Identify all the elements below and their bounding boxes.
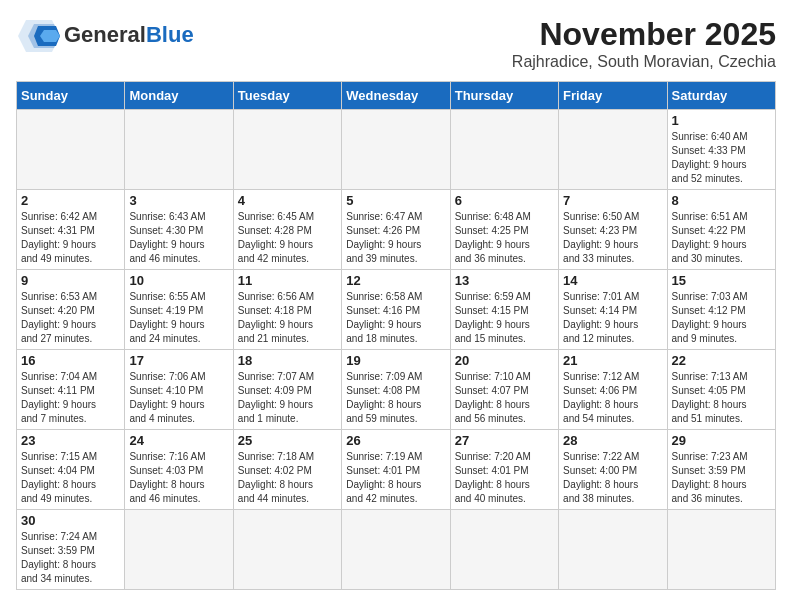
day-info: Sunrise: 7:16 AM Sunset: 4:03 PM Dayligh… [129,450,228,506]
calendar-cell: 17Sunrise: 7:06 AM Sunset: 4:10 PM Dayli… [125,350,233,430]
calendar-cell [450,510,558,590]
day-number: 15 [672,273,771,288]
calendar-cell [342,510,450,590]
calendar-cell [17,110,125,190]
day-number: 28 [563,433,662,448]
logo-text: GeneralBlue [64,22,194,47]
calendar-cell: 26Sunrise: 7:19 AM Sunset: 4:01 PM Dayli… [342,430,450,510]
calendar-cell: 9Sunrise: 6:53 AM Sunset: 4:20 PM Daylig… [17,270,125,350]
day-info: Sunrise: 7:04 AM Sunset: 4:11 PM Dayligh… [21,370,120,426]
day-info: Sunrise: 6:48 AM Sunset: 4:25 PM Dayligh… [455,210,554,266]
weekday-header-friday: Friday [559,82,667,110]
day-info: Sunrise: 6:40 AM Sunset: 4:33 PM Dayligh… [672,130,771,186]
calendar-cell: 30Sunrise: 7:24 AM Sunset: 3:59 PM Dayli… [17,510,125,590]
day-number: 25 [238,433,337,448]
day-number: 11 [238,273,337,288]
day-number: 6 [455,193,554,208]
day-info: Sunrise: 7:09 AM Sunset: 4:08 PM Dayligh… [346,370,445,426]
day-number: 3 [129,193,228,208]
day-number: 14 [563,273,662,288]
weekday-header-wednesday: Wednesday [342,82,450,110]
day-info: Sunrise: 7:20 AM Sunset: 4:01 PM Dayligh… [455,450,554,506]
calendar-cell: 27Sunrise: 7:20 AM Sunset: 4:01 PM Dayli… [450,430,558,510]
page-header: GeneralBlue November 2025 Rajhradice, So… [16,16,776,71]
calendar-cell: 5Sunrise: 6:47 AM Sunset: 4:26 PM Daylig… [342,190,450,270]
calendar-table: SundayMondayTuesdayWednesdayThursdayFrid… [16,81,776,590]
calendar-cell: 25Sunrise: 7:18 AM Sunset: 4:02 PM Dayli… [233,430,341,510]
day-number: 2 [21,193,120,208]
calendar-cell: 20Sunrise: 7:10 AM Sunset: 4:07 PM Dayli… [450,350,558,430]
day-number: 12 [346,273,445,288]
day-info: Sunrise: 7:06 AM Sunset: 4:10 PM Dayligh… [129,370,228,426]
weekday-header-sunday: Sunday [17,82,125,110]
weekday-header-monday: Monday [125,82,233,110]
day-info: Sunrise: 6:45 AM Sunset: 4:28 PM Dayligh… [238,210,337,266]
day-number: 8 [672,193,771,208]
calendar-cell: 12Sunrise: 6:58 AM Sunset: 4:16 PM Dayli… [342,270,450,350]
calendar-cell [667,510,775,590]
location-title: Rajhradice, South Moravian, Czechia [512,53,776,71]
day-info: Sunrise: 7:10 AM Sunset: 4:07 PM Dayligh… [455,370,554,426]
calendar-cell: 19Sunrise: 7:09 AM Sunset: 4:08 PM Dayli… [342,350,450,430]
calendar-cell: 10Sunrise: 6:55 AM Sunset: 4:19 PM Dayli… [125,270,233,350]
day-info: Sunrise: 6:47 AM Sunset: 4:26 PM Dayligh… [346,210,445,266]
calendar-cell: 21Sunrise: 7:12 AM Sunset: 4:06 PM Dayli… [559,350,667,430]
calendar-cell: 1Sunrise: 6:40 AM Sunset: 4:33 PM Daylig… [667,110,775,190]
day-number: 10 [129,273,228,288]
day-info: Sunrise: 7:22 AM Sunset: 4:00 PM Dayligh… [563,450,662,506]
day-info: Sunrise: 7:24 AM Sunset: 3:59 PM Dayligh… [21,530,120,586]
calendar-cell: 14Sunrise: 7:01 AM Sunset: 4:14 PM Dayli… [559,270,667,350]
calendar-cell: 7Sunrise: 6:50 AM Sunset: 4:23 PM Daylig… [559,190,667,270]
day-number: 21 [563,353,662,368]
day-info: Sunrise: 7:15 AM Sunset: 4:04 PM Dayligh… [21,450,120,506]
calendar-cell: 13Sunrise: 6:59 AM Sunset: 4:15 PM Dayli… [450,270,558,350]
day-number: 23 [21,433,120,448]
day-info: Sunrise: 7:23 AM Sunset: 3:59 PM Dayligh… [672,450,771,506]
day-number: 19 [346,353,445,368]
calendar-cell: 22Sunrise: 7:13 AM Sunset: 4:05 PM Dayli… [667,350,775,430]
calendar-cell: 29Sunrise: 7:23 AM Sunset: 3:59 PM Dayli… [667,430,775,510]
day-number: 17 [129,353,228,368]
calendar-cell [342,110,450,190]
calendar-cell [125,510,233,590]
calendar-cell: 11Sunrise: 6:56 AM Sunset: 4:18 PM Dayli… [233,270,341,350]
day-number: 4 [238,193,337,208]
calendar-cell [233,110,341,190]
day-info: Sunrise: 7:12 AM Sunset: 4:06 PM Dayligh… [563,370,662,426]
calendar-cell: 3Sunrise: 6:43 AM Sunset: 4:30 PM Daylig… [125,190,233,270]
logo: GeneralBlue [16,16,194,54]
weekday-header-thursday: Thursday [450,82,558,110]
day-info: Sunrise: 7:13 AM Sunset: 4:05 PM Dayligh… [672,370,771,426]
day-info: Sunrise: 6:50 AM Sunset: 4:23 PM Dayligh… [563,210,662,266]
day-number: 7 [563,193,662,208]
day-number: 29 [672,433,771,448]
day-number: 13 [455,273,554,288]
day-number: 5 [346,193,445,208]
calendar-cell: 16Sunrise: 7:04 AM Sunset: 4:11 PM Dayli… [17,350,125,430]
day-info: Sunrise: 7:03 AM Sunset: 4:12 PM Dayligh… [672,290,771,346]
day-info: Sunrise: 6:58 AM Sunset: 4:16 PM Dayligh… [346,290,445,346]
day-number: 30 [21,513,120,528]
calendar-cell: 28Sunrise: 7:22 AM Sunset: 4:00 PM Dayli… [559,430,667,510]
weekday-header-saturday: Saturday [667,82,775,110]
day-info: Sunrise: 6:55 AM Sunset: 4:19 PM Dayligh… [129,290,228,346]
day-info: Sunrise: 6:53 AM Sunset: 4:20 PM Dayligh… [21,290,120,346]
calendar-cell [125,110,233,190]
day-number: 27 [455,433,554,448]
weekday-header-tuesday: Tuesday [233,82,341,110]
calendar-cell: 18Sunrise: 7:07 AM Sunset: 4:09 PM Dayli… [233,350,341,430]
day-number: 16 [21,353,120,368]
title-area: November 2025 Rajhradice, South Moravian… [512,16,776,71]
day-info: Sunrise: 6:42 AM Sunset: 4:31 PM Dayligh… [21,210,120,266]
calendar-cell [233,510,341,590]
calendar-cell: 24Sunrise: 7:16 AM Sunset: 4:03 PM Dayli… [125,430,233,510]
day-info: Sunrise: 7:07 AM Sunset: 4:09 PM Dayligh… [238,370,337,426]
day-info: Sunrise: 6:51 AM Sunset: 4:22 PM Dayligh… [672,210,771,266]
calendar-cell [450,110,558,190]
day-number: 18 [238,353,337,368]
calendar-cell: 23Sunrise: 7:15 AM Sunset: 4:04 PM Dayli… [17,430,125,510]
day-number: 1 [672,113,771,128]
calendar-cell [559,110,667,190]
calendar-cell: 4Sunrise: 6:45 AM Sunset: 4:28 PM Daylig… [233,190,341,270]
calendar-cell: 8Sunrise: 6:51 AM Sunset: 4:22 PM Daylig… [667,190,775,270]
